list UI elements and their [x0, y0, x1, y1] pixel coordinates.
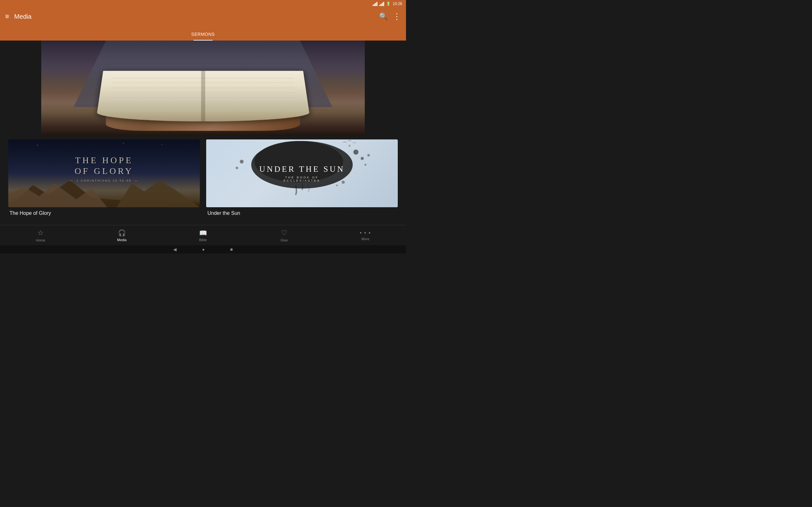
svg-point-10 — [236, 167, 238, 169]
svg-marker-2 — [8, 183, 107, 207]
svg-point-8 — [367, 154, 370, 157]
signal-icon — [379, 2, 384, 6]
battery-icon: 🔋 — [386, 2, 391, 6]
under-sun-series-title: Under the Sun — [206, 210, 398, 216]
svg-point-9 — [240, 160, 244, 164]
svg-marker-1 — [116, 180, 200, 207]
nav-more[interactable]: • • • More — [325, 230, 406, 241]
media-headphones-icon: 🎧 — [118, 229, 126, 237]
svg-point-11 — [349, 145, 351, 147]
app-bar: ≡ Media 🔍 ⋮ — [0, 8, 406, 25]
android-nav-bar: ◀ ● ■ — [0, 245, 406, 253]
give-heart-icon: ♡ — [281, 229, 287, 237]
hope-glory-title: THE HOPEOF GLORY — [68, 155, 140, 176]
nav-home[interactable]: ☆ Home — [0, 229, 81, 242]
status-time: 10:26 — [393, 2, 402, 6]
android-home-button[interactable]: ● — [202, 247, 205, 252]
wifi-icon — [373, 2, 377, 6]
series-card-under-sun[interactable]: UNDER THE SUN THE BOOK OFECCLESIASTES Un… — [206, 139, 398, 216]
hamburger-menu-icon[interactable]: ≡ — [5, 12, 9, 20]
nav-media[interactable]: 🎧 Media — [81, 229, 162, 242]
series-card-hope-glory[interactable]: THE HOPEOF GLORY — 1 CORINTHIANS 15:35-5… — [8, 139, 200, 216]
nav-home-label: Home — [36, 238, 45, 242]
nav-more-label: More — [361, 237, 369, 241]
tab-bar: Sermons — [0, 25, 406, 41]
series-list: THE HOPEOF GLORY — 1 CORINTHIANS 15:35-5… — [0, 139, 406, 216]
bottom-navigation: ☆ Home 🎧 Media 📖 Bible ♡ Give • • • More — [0, 225, 406, 245]
svg-point-5 — [353, 150, 358, 155]
search-icon[interactable]: 🔍 — [379, 12, 388, 20]
bible-icon: 📖 — [199, 229, 207, 237]
hero-image[interactable] — [41, 41, 365, 135]
nav-media-label: Media — [117, 238, 126, 242]
status-bar: 🔋 10:26 — [0, 0, 406, 8]
tab-sermons[interactable]: Sermons — [184, 28, 222, 41]
more-dots-icon: • • • — [360, 230, 371, 236]
svg-point-6 — [361, 157, 364, 160]
home-icon: ☆ — [38, 229, 44, 237]
nav-give[interactable]: ♡ Give — [244, 229, 325, 242]
nav-give-label: Give — [281, 238, 288, 242]
overflow-menu-icon[interactable]: ⋮ — [393, 12, 401, 20]
svg-point-13 — [336, 184, 338, 186]
android-recents-button[interactable]: ■ — [230, 247, 233, 252]
android-back-button[interactable]: ◀ — [173, 247, 177, 252]
svg-point-7 — [364, 164, 366, 166]
nav-bible-label: Bible — [199, 238, 207, 242]
nav-bible[interactable]: 📖 Bible — [162, 229, 244, 242]
hope-glory-reference: — 1 CORINTHIANS 15:35-58 — — [68, 179, 140, 182]
app-title: Media — [14, 13, 374, 20]
hope-glory-series-title: The Hope of Glory — [8, 210, 200, 216]
under-sun-content: UNDER THE SUN THE BOOK OFECCLESIASTES — [259, 164, 345, 182]
